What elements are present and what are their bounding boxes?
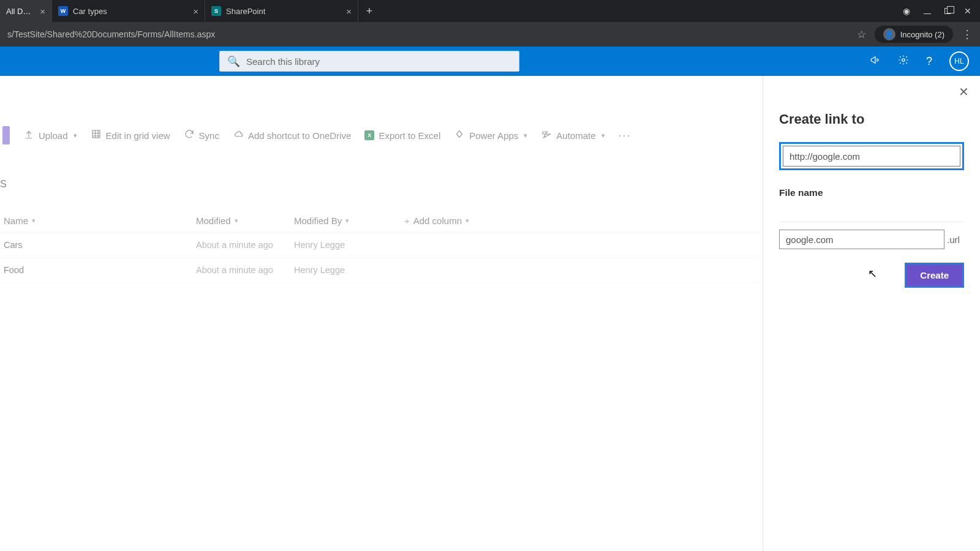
- address-bar: s/TestSite/Shared%20Documents/Forms/AllI…: [0, 22, 980, 47]
- column-header-modified[interactable]: Modified ▾: [196, 216, 294, 226]
- cell-modified: About a minute ago: [196, 265, 294, 275]
- tab-close-icon[interactable]: ×: [193, 6, 198, 17]
- edit-grid-button[interactable]: Edit in grid view: [91, 129, 170, 142]
- browser-menu-icon[interactable]: ⋮: [962, 28, 973, 41]
- search-input[interactable]: 🔍 Search this library: [219, 51, 519, 72]
- window-minimize-icon[interactable]: [924, 6, 931, 16]
- cell-modified-by: Henry Legge: [294, 265, 404, 275]
- column-header-modified-by[interactable]: Modified By ▾: [294, 216, 404, 226]
- filename-label: File name: [779, 187, 964, 198]
- tab-title: SharePoint: [226, 7, 341, 16]
- help-icon[interactable]: ?: [926, 55, 932, 68]
- word-favicon-icon: W: [58, 6, 68, 16]
- chevron-down-icon: ▾: [466, 217, 469, 225]
- link-url-highlight: [779, 142, 964, 170]
- browser-tab[interactable]: S SharePoint ×: [205, 0, 358, 22]
- sync-label: Sync: [199, 130, 219, 141]
- chevron-down-icon: ▾: [601, 132, 605, 140]
- sync-icon: [184, 129, 195, 142]
- tab-close-icon[interactable]: ×: [346, 6, 352, 17]
- gear-icon[interactable]: [898, 54, 909, 69]
- onedrive-icon: [233, 129, 244, 142]
- chevron-down-icon: ▾: [345, 217, 349, 225]
- window-maximize-icon[interactable]: [944, 6, 951, 16]
- url-text[interactable]: s/TestSite/Shared%20Documents/Forms/AllI…: [7, 29, 851, 39]
- grid-icon: [91, 129, 102, 142]
- sharepoint-favicon-icon: S: [211, 6, 221, 16]
- create-button[interactable]: Create: [907, 264, 962, 286]
- chevron-down-icon: ▾: [235, 217, 238, 225]
- search-placeholder: Search this library: [246, 56, 320, 67]
- avatar[interactable]: HL: [949, 51, 969, 71]
- svg-rect-1: [92, 130, 100, 138]
- create-link-panel: ✕ Create link to File name .url Create ↖: [763, 76, 980, 551]
- svg-point-0: [902, 58, 905, 61]
- new-tab-button[interactable]: +: [358, 0, 380, 22]
- window-controls: ◉ ✕: [903, 0, 980, 22]
- cell-modified: About a minute ago: [196, 240, 294, 250]
- plus-icon: +: [404, 216, 410, 226]
- browser-tab-strip: All Docum × W Car types × S SharePoint ×…: [0, 0, 980, 22]
- powerapps-icon: [454, 129, 465, 142]
- filename-input[interactable]: [779, 230, 944, 249]
- power-apps-label: Power Apps: [469, 130, 518, 141]
- filename-extension: .url: [947, 234, 960, 245]
- export-excel-button[interactable]: X Export to Excel: [364, 130, 440, 141]
- excel-icon: X: [364, 130, 374, 140]
- upload-label: Upload: [39, 130, 68, 141]
- megaphone-icon[interactable]: [870, 54, 881, 69]
- onedrive-shortcut-button[interactable]: Add shortcut to OneDrive: [233, 129, 351, 142]
- chevron-down-icon: ▾: [32, 217, 36, 225]
- chevron-down-icon: ▾: [524, 132, 527, 140]
- link-url-input[interactable]: [783, 146, 960, 167]
- onedrive-label: Add shortcut to OneDrive: [248, 130, 351, 141]
- create-button-highlight: Create: [905, 263, 964, 288]
- edit-grid-label: Edit in grid view: [106, 130, 170, 141]
- tab-close-icon[interactable]: ×: [40, 6, 45, 17]
- power-apps-button[interactable]: Power Apps ▾: [454, 129, 527, 142]
- automate-button[interactable]: Automate ▾: [541, 129, 605, 142]
- search-icon: 🔍: [227, 55, 240, 68]
- browser-tab-active[interactable]: All Docum ×: [0, 0, 52, 22]
- incognito-icon: 👤: [883, 28, 895, 40]
- browser-tab[interactable]: W Car types ×: [52, 0, 205, 22]
- export-excel-label: Export to Excel: [379, 130, 440, 141]
- tab-title: Car types: [73, 7, 188, 16]
- panel-title: Create link to: [779, 111, 964, 127]
- upload-icon: [23, 129, 34, 142]
- automate-icon: [541, 129, 552, 142]
- cursor-icon: ↖: [868, 267, 877, 280]
- suite-bar: 🔍 Search this library ? HL: [0, 47, 980, 76]
- more-actions-button[interactable]: ···: [619, 129, 631, 142]
- bookmark-star-icon[interactable]: ☆: [857, 28, 866, 41]
- account-icon[interactable]: ◉: [903, 6, 910, 16]
- avatar-initials: HL: [954, 57, 963, 66]
- cell-name: Cars: [0, 240, 196, 250]
- close-icon[interactable]: ✕: [959, 84, 969, 99]
- add-column-button[interactable]: + Add column ▾: [404, 216, 469, 226]
- chevron-down-icon: ▾: [74, 132, 77, 140]
- upload-button[interactable]: Upload ▾: [23, 129, 77, 142]
- incognito-label: Incognito (2): [900, 30, 944, 39]
- sync-button[interactable]: Sync: [184, 129, 219, 142]
- cell-modified-by: Henry Legge: [294, 240, 404, 250]
- new-button-chip[interactable]: [2, 126, 10, 144]
- window-close-icon[interactable]: ✕: [964, 6, 971, 16]
- tab-title: All Docum: [6, 7, 35, 16]
- automate-label: Automate: [556, 130, 595, 141]
- incognito-indicator[interactable]: 👤 Incognito (2): [875, 26, 953, 43]
- cell-name: Food: [0, 265, 196, 275]
- column-header-name[interactable]: Name ▾: [0, 216, 196, 226]
